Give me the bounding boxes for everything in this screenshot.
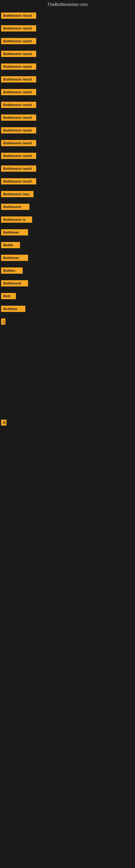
bottleneck-badge-6[interactable]: Bottleneck result	[1, 76, 36, 83]
bottleneck-row-11: Bottleneck result	[0, 137, 135, 150]
bottleneck-badge-2[interactable]: Bottleneck result	[1, 25, 36, 31]
bottleneck-badge-15[interactable]: Bottleneck resu	[1, 191, 34, 197]
bottleneck-badge-18[interactable]: Bottlenec	[1, 229, 28, 236]
bottleneck-row-8: Bottleneck result	[0, 98, 135, 111]
rows-container: Bottleneck resultBottleneck resultBottle…	[0, 9, 135, 571]
bottleneck-row-14: Bottleneck result	[0, 175, 135, 188]
bottleneck-row-12: Bottleneck result	[0, 150, 135, 162]
bottleneck-row-1: Bottleneck result	[0, 9, 135, 22]
bottleneck-badge-17[interactable]: Bottleneck re	[1, 216, 32, 223]
bottleneck-row-4: Bottleneck result	[0, 48, 135, 60]
bottleneck-row-3: Bottleneck result	[0, 35, 135, 48]
spacer-after-29	[0, 429, 135, 564]
bottleneck-badge-5[interactable]: Bottleneck result	[1, 63, 36, 70]
bottleneck-row-30	[0, 564, 135, 571]
bottleneck-row-18: Bottlenec	[0, 226, 135, 239]
bottleneck-row-21: Bottlen	[0, 264, 135, 277]
bottleneck-row-13: Bottleneck result	[0, 162, 135, 175]
bottleneck-badge-14[interactable]: Bottleneck result	[1, 178, 36, 184]
bottleneck-badge-29[interactable]: B	[1, 420, 6, 426]
bottleneck-row-19: Bottle	[0, 239, 135, 251]
bottleneck-row-23: Bott	[0, 290, 135, 303]
bottleneck-row-17: Bottleneck re	[0, 213, 135, 226]
bottleneck-row-15: Bottleneck resu	[0, 188, 135, 200]
bottleneck-badge-20[interactable]: Bottlenec	[1, 255, 28, 261]
bottleneck-row-16: Bottleneck	[0, 200, 135, 213]
bottleneck-badge-8[interactable]: Bottleneck result	[1, 102, 36, 108]
bottleneck-badge-16[interactable]: Bottleneck	[1, 204, 30, 210]
site-title: TheBottlenecker.com	[0, 0, 135, 9]
bottleneck-badge-19[interactable]: Bottle	[1, 242, 20, 248]
bottleneck-badge-23[interactable]: Bott	[1, 293, 16, 299]
bottleneck-badge-11[interactable]: Bottleneck result	[1, 140, 36, 146]
bottleneck-row-2: Bottleneck result	[0, 22, 135, 35]
bottleneck-row-27	[0, 382, 135, 393]
bottleneck-row-25: |	[0, 315, 135, 330]
bottleneck-badge-3[interactable]: Bottleneck result	[1, 38, 36, 44]
bottleneck-row-28	[0, 393, 135, 403]
bottleneck-row-7: Bottleneck result	[0, 86, 135, 98]
bottleneck-row-9: Bottleneck result	[0, 111, 135, 124]
bottleneck-row-29: B	[0, 403, 135, 429]
bottleneck-row-24: Bottlene	[0, 303, 135, 315]
bottleneck-badge-13[interactable]: Bottleneck result	[1, 165, 36, 172]
bottleneck-badge-25[interactable]: |	[1, 318, 5, 325]
bottleneck-badge-9[interactable]: Bottleneck result	[1, 115, 36, 121]
bottleneck-row-20: Bottlenec	[0, 251, 135, 264]
bottleneck-badge-21[interactable]: Bottlen	[1, 268, 23, 274]
spacer-after-25	[0, 330, 135, 371]
bottleneck-row-10: Bottleneck result	[0, 124, 135, 137]
bottleneck-badge-4[interactable]: Bottleneck result	[1, 51, 36, 57]
bottleneck-badge-1[interactable]: Bottleneck result	[1, 12, 36, 19]
site-title-bar: TheBottlenecker.com	[0, 0, 135, 9]
bottleneck-badge-7[interactable]: Bottleneck result	[1, 89, 36, 95]
bottleneck-badge-12[interactable]: Bottleneck result	[1, 153, 36, 159]
bottleneck-row-22: Bottleneck	[0, 277, 135, 290]
bottleneck-badge-24[interactable]: Bottlene	[1, 306, 26, 312]
bottleneck-badge-22[interactable]: Bottleneck	[1, 280, 28, 286]
bottleneck-badge-10[interactable]: Bottleneck result	[1, 127, 36, 133]
bottleneck-row-5: Bottleneck result	[0, 60, 135, 73]
bottleneck-row-26	[0, 371, 135, 382]
bottleneck-row-6: Bottleneck result	[0, 73, 135, 86]
